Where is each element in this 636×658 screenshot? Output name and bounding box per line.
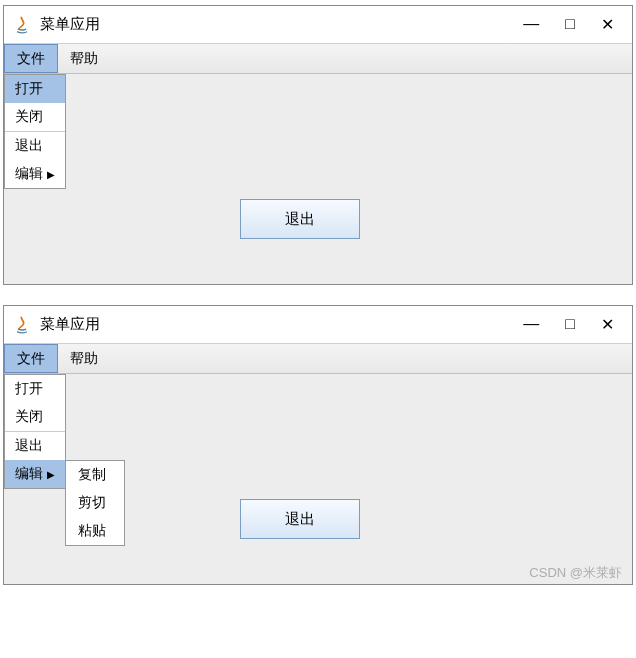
menu-item-close[interactable]: 关闭 bbox=[5, 103, 65, 131]
button-label: 退出 bbox=[285, 510, 315, 529]
menubar: 文件 帮助 bbox=[4, 344, 632, 374]
app-window-1: 菜单应用 — □ ✕ 文件 帮助 打开 关闭 退出 编辑 ▶ bbox=[3, 5, 633, 285]
maximize-button[interactable]: □ bbox=[565, 315, 575, 334]
watermark: CSDN @米莱虾 bbox=[529, 564, 622, 582]
submenu-item-cut[interactable]: 剪切 bbox=[66, 489, 124, 517]
menu-item-close[interactable]: 关闭 bbox=[5, 403, 65, 431]
close-button[interactable]: ✕ bbox=[601, 15, 614, 34]
menu-item-edit[interactable]: 编辑 ▶ bbox=[5, 160, 65, 188]
menu-item-exit[interactable]: 退出 bbox=[5, 432, 65, 460]
menu-item-label: 复制 bbox=[78, 466, 106, 482]
menu-help[interactable]: 帮助 bbox=[58, 344, 110, 373]
client-area: 打开 关闭 退出 编辑 ▶ 复制 剪切 bbox=[4, 374, 632, 584]
edit-submenu: 复制 剪切 粘贴 bbox=[65, 460, 125, 546]
menu-item-label: 退出 bbox=[15, 137, 43, 155]
chevron-right-icon: ▶ bbox=[47, 169, 55, 180]
titlebar: 菜单应用 — □ ✕ bbox=[4, 306, 632, 344]
menu-item-label: 打开 bbox=[15, 380, 43, 398]
exit-button[interactable]: 退出 bbox=[240, 199, 360, 239]
menu-item-open[interactable]: 打开 bbox=[5, 375, 65, 403]
menu-item-label: 粘贴 bbox=[78, 522, 106, 538]
window-title: 菜单应用 bbox=[40, 15, 523, 34]
window-title: 菜单应用 bbox=[40, 315, 523, 334]
menu-item-label: 退出 bbox=[15, 437, 43, 455]
close-button[interactable]: ✕ bbox=[601, 315, 614, 334]
submenu-item-paste[interactable]: 粘贴 bbox=[66, 517, 124, 545]
menu-file[interactable]: 文件 bbox=[4, 44, 58, 73]
minimize-button[interactable]: — bbox=[523, 315, 539, 334]
file-dropdown: 打开 关闭 退出 编辑 ▶ bbox=[4, 74, 66, 189]
button-label: 退出 bbox=[285, 210, 315, 229]
exit-button[interactable]: 退出 bbox=[240, 499, 360, 539]
java-icon bbox=[12, 315, 32, 335]
menu-item-label: 编辑 bbox=[15, 465, 43, 483]
submenu-item-copy[interactable]: 复制 bbox=[66, 461, 124, 489]
java-icon bbox=[12, 15, 32, 35]
menu-item-label: 剪切 bbox=[78, 494, 106, 510]
file-dropdown: 打开 关闭 退出 编辑 ▶ 复制 剪切 bbox=[4, 374, 66, 489]
menu-file[interactable]: 文件 bbox=[4, 344, 58, 373]
menu-item-open[interactable]: 打开 bbox=[5, 75, 65, 103]
app-window-2: 菜单应用 — □ ✕ 文件 帮助 打开 关闭 退出 编辑 ▶ bbox=[3, 305, 633, 585]
window-controls: — □ ✕ bbox=[523, 15, 624, 34]
menu-item-label: 打开 bbox=[15, 80, 43, 98]
client-area: 打开 关闭 退出 编辑 ▶ 退出 bbox=[4, 74, 632, 284]
menubar: 文件 帮助 bbox=[4, 44, 632, 74]
chevron-right-icon: ▶ bbox=[47, 469, 55, 480]
minimize-button[interactable]: — bbox=[523, 15, 539, 34]
menu-item-label: 编辑 bbox=[15, 165, 43, 183]
menu-help[interactable]: 帮助 bbox=[58, 44, 110, 73]
maximize-button[interactable]: □ bbox=[565, 15, 575, 34]
titlebar: 菜单应用 — □ ✕ bbox=[4, 6, 632, 44]
menu-item-exit[interactable]: 退出 bbox=[5, 132, 65, 160]
window-controls: — □ ✕ bbox=[523, 315, 624, 334]
menu-item-label: 关闭 bbox=[15, 108, 43, 126]
menu-item-label: 关闭 bbox=[15, 408, 43, 426]
menu-item-edit[interactable]: 编辑 ▶ bbox=[5, 460, 65, 488]
